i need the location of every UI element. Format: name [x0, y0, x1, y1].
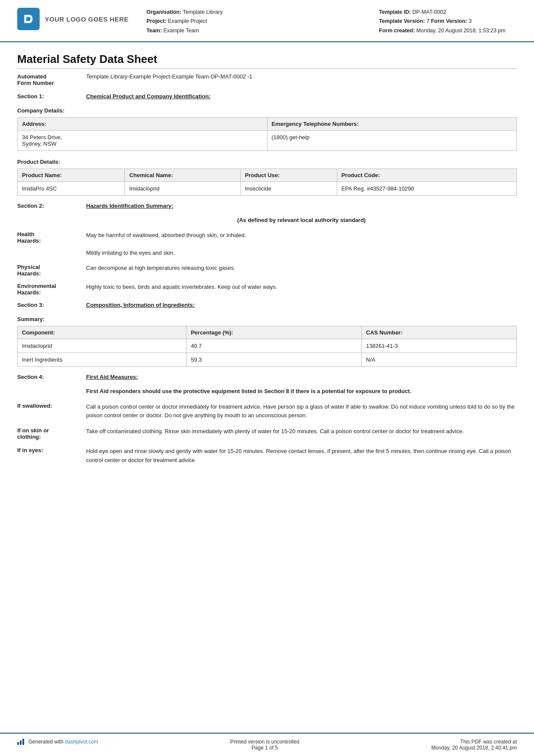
template-id-label: Template ID: — [379, 9, 411, 15]
bar-chart-icon — [17, 739, 24, 745]
section3-summary-title: Summary: — [17, 316, 517, 322]
hazard-environmental-label: EnvironmentalHazards: — [17, 283, 86, 296]
footer-bar-icon — [17, 739, 26, 745]
firstaid-eyes-value: Hold eye open and rinse slowly and gentl… — [86, 447, 517, 465]
ing-col-percentage: Percentage (%): — [186, 326, 362, 339]
org-value: Template Library — [183, 9, 223, 15]
company-address: 34 Peters Drive,Sydney, NSW — [18, 130, 267, 150]
footer-generated-text: Generated with — [28, 739, 63, 745]
project-value: Example Project — [168, 18, 207, 24]
footer-left: Generated with dashpivot.com — [17, 739, 98, 745]
product-col-chemical: Chemical Name: — [125, 169, 240, 181]
company-phone: (1800) get-help — [267, 130, 517, 150]
hazard-health-value: May be harmful of swallowed, absorbed th… — [86, 231, 246, 258]
footer-pdf-value: Monday, 20 August 2018, 2:40:41 pm — [431, 745, 517, 751]
firstaid-eyes-label: If in eyes: — [17, 447, 86, 453]
firstaid-swallowed-value: Call a poison control center or doctor i… — [86, 403, 517, 421]
document-title: Material Safety Data Sheet — [17, 53, 517, 69]
product-details-table: Product Name: Chemical Name: Product Use… — [17, 169, 517, 196]
logo-text: YOUR LOGO GOES HERE — [45, 16, 129, 23]
document-footer: Generated with dashpivot.com Printed ver… — [0, 733, 534, 756]
team-value: Example Team — [163, 28, 199, 34]
form-number-value: Template Library-Example Project-Example… — [86, 73, 252, 80]
team-label: Team: — [146, 28, 162, 34]
product-chemical: Imidacloprid — [125, 181, 240, 195]
firstaid-swallowed: If swallowed: Call a poison control cent… — [17, 403, 517, 421]
product-row: ImidaPro 4SC Imidacloprid Insecticide EP… — [18, 181, 517, 195]
ing-name-1: Imidacloprid — [18, 339, 186, 353]
org-label: Organisation: — [146, 9, 181, 15]
ing-pct-2: 59.3 — [186, 353, 362, 367]
hazard-physical-value: Can decompose at high temperatures relea… — [86, 264, 235, 273]
hazard-environmental-value: Highly toxic to bees, birds and aquatic … — [86, 283, 277, 292]
ing-pct-1: 40.7 — [186, 339, 362, 353]
section4-header: Section 4: First Aid Measures: — [17, 374, 517, 380]
product-col-use: Product Use: — [240, 169, 337, 181]
form-created-label: Form created: — [379, 28, 415, 34]
firstaid-eyes: If in eyes: Hold eye open and rinse slow… — [17, 447, 517, 465]
hazard-physical: PhysicalHazards: Can decompose at high t… — [17, 264, 517, 277]
firstaid-skin: If on skin orclothing: Take off contamin… — [17, 427, 517, 440]
bar1 — [17, 742, 19, 745]
product-details-title: Product Details: — [17, 159, 517, 165]
company-details-title: Company Details: — [17, 107, 517, 114]
firstaid-skin-label: If on skin orclothing: — [17, 427, 86, 440]
template-id-value: DP-MAT-0002 — [413, 9, 446, 15]
section3-title: Composition, Information of Ingredients: — [86, 302, 195, 308]
product-name: ImidaPro 4SC — [18, 181, 125, 195]
logo-area: YOUR LOGO GOES HERE — [17, 8, 129, 30]
footer-dashpivot-link[interactable]: dashpivot.com — [65, 739, 98, 745]
product-col-name: Product Name: — [18, 169, 125, 181]
bar2 — [20, 740, 22, 745]
project-label: Project: — [146, 18, 167, 24]
document-header: YOUR LOGO GOES HERE Organisation: Templa… — [0, 0, 534, 42]
company-table-col2-header: Emergency Telephone Numbers: — [267, 117, 517, 130]
template-version-value: 7 — [426, 18, 429, 24]
form-version-value: 3 — [469, 18, 472, 24]
section4-title: First Aid Measures: — [86, 374, 138, 380]
section4-label: Section 4: — [17, 374, 86, 380]
ing-col-component: Component: — [18, 326, 186, 339]
main-content: Material Safety Data Sheet AutomatedForm… — [0, 42, 534, 733]
section2-label: Section 2: — [17, 203, 86, 209]
section1-label: Section 1: — [17, 93, 86, 100]
hazard-environmental: EnvironmentalHazards: Highly toxic to be… — [17, 283, 517, 296]
section2-title: Hazards Identification Summary: — [86, 203, 173, 209]
section2-header: Section 2: Hazards Identification Summar… — [17, 203, 517, 209]
footer-right: This PDF was created at Monday, 20 Augus… — [431, 739, 517, 751]
hazard-physical-label: PhysicalHazards: — [17, 264, 86, 277]
firstaid-note: First Aid responders should use the prot… — [86, 387, 517, 396]
section3-label: Section 3: — [17, 302, 86, 308]
product-col-code: Product Code: — [337, 169, 516, 181]
hazard-health: HealthHazards: May be harmful of swallow… — [17, 231, 517, 258]
form-version-label: Form Version: — [431, 18, 467, 24]
product-use: Insecticide — [240, 181, 337, 195]
section1-header: Section 1: Chemical Product and Company … — [17, 93, 517, 100]
footer-center: Printed version is uncontrolled Page 1 o… — [230, 739, 299, 751]
ingredient-row-1: Imidacloprid 40.7 138261-41-3 — [18, 339, 517, 353]
ing-col-cas: CAS Number: — [362, 326, 517, 339]
footer-pdf-label: This PDF was created at — [431, 739, 517, 745]
bar3 — [22, 739, 24, 745]
ing-name-2: Inert Ingredients — [18, 353, 186, 367]
ingredients-table: Component: Percentage (%): CAS Number: I… — [17, 326, 517, 367]
company-details-table: Address: Emergency Telephone Numbers: 34… — [17, 117, 517, 151]
form-number-label: AutomatedForm Number — [17, 73, 86, 86]
section3-header: Section 3: Composition, Information of I… — [17, 302, 517, 308]
footer-page: Page 1 of 5 — [230, 745, 299, 751]
ingredient-row-2: Inert Ingredients 59.3 N/A — [18, 353, 517, 367]
company-table-col1-header: Address: — [18, 117, 267, 130]
hazard-health-label: HealthHazards: — [17, 231, 86, 244]
footer-uncontrolled: Printed version is uncontrolled — [230, 739, 299, 745]
section1-title: Chemical Product and Company Identificat… — [86, 93, 211, 100]
ing-cas-2: N/A — [362, 353, 517, 367]
form-created-value: Monday, 20 August 2018, 1:53:23 pm — [416, 28, 506, 34]
product-code: EPA Reg. #43527-984-10290 — [337, 181, 516, 195]
form-number-row: AutomatedForm Number Template Library-Ex… — [17, 73, 517, 86]
firstaid-skin-value: Take off contaminated clothing. Rinse sk… — [86, 427, 464, 436]
logo-icon — [17, 8, 40, 30]
header-meta-center: Organisation: Template Library Project: … — [146, 8, 379, 35]
hazard-center-note: (As defined by relevant local authority … — [86, 217, 517, 223]
ing-cas-1: 138261-41-3 — [362, 339, 517, 353]
firstaid-swallowed-label: If swallowed: — [17, 403, 86, 409]
